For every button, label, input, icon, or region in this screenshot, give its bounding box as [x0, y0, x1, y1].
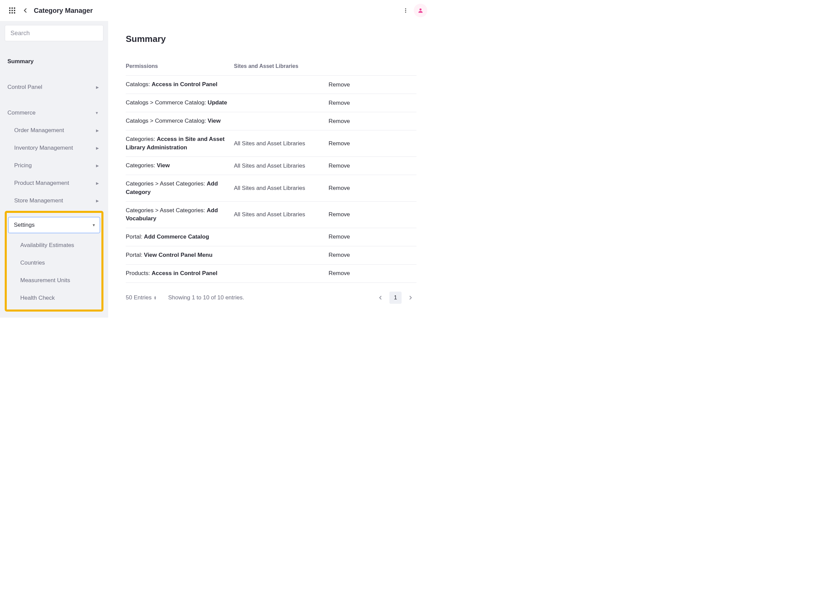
- permission-cell: Products: Access in Control Panel: [126, 269, 234, 278]
- svg-rect-7: [12, 12, 13, 13]
- svg-point-9: [405, 8, 406, 9]
- sidebar-item-label: Countries: [20, 260, 45, 266]
- showing-label: Showing 1 to 10 of 10 entries.: [168, 294, 244, 301]
- svg-rect-2: [14, 7, 15, 9]
- search-input-wrapper[interactable]: [5, 25, 103, 41]
- svg-point-11: [405, 12, 406, 13]
- sidebar-item-summary[interactable]: Summary: [5, 53, 103, 70]
- sidebar-item-label: Summary: [7, 58, 34, 65]
- sidebar-item-control-panel[interactable]: Control Panel ▶: [5, 78, 103, 96]
- chevron-down-icon: ▼: [95, 111, 99, 115]
- sidebar-item-inventory-management[interactable]: Inventory Management ▶: [5, 139, 103, 157]
- sort-icon: ▲▼: [154, 296, 157, 300]
- sidebar-item-health-check[interactable]: Health Check: [8, 289, 100, 307]
- table-row: Categories > Asset Categories: Add Vocab…: [126, 202, 416, 228]
- kebab-menu-icon[interactable]: [399, 4, 413, 17]
- permission-cell: Categories: Access in Site and Asset Lib…: [126, 135, 234, 152]
- remove-link[interactable]: Remove: [329, 233, 416, 240]
- permission-cell: Portal: Add Commerce Catalog: [126, 233, 234, 241]
- permissions-table: Permissions Sites and Asset Libraries Ca…: [126, 63, 416, 304]
- table-row: Categories > Asset Categories: Add Categ…: [126, 175, 416, 201]
- sidebar-item-label: Control Panel: [7, 84, 42, 91]
- svg-rect-4: [12, 10, 13, 11]
- remove-link[interactable]: Remove: [329, 118, 416, 125]
- current-page[interactable]: 1: [389, 292, 402, 304]
- sidebar-item-countries[interactable]: Countries: [8, 254, 100, 272]
- card-title: Summary: [126, 34, 419, 44]
- sidebar-item-label: Health Check: [20, 295, 55, 301]
- sidebar-item-applications-menu[interactable]: Applications Menu ▼: [5, 313, 103, 318]
- svg-rect-5: [14, 10, 15, 11]
- sidebar-item-label: Inventory Management: [14, 145, 73, 151]
- sidebar-item-label: Order Management: [14, 127, 64, 134]
- permission-cell: Catalogs > Commerce Catalog: Update: [126, 99, 234, 107]
- remove-link[interactable]: Remove: [329, 100, 416, 106]
- sidebar-item-label: Store Management: [14, 197, 63, 204]
- permission-cell: Categories: View: [126, 161, 234, 170]
- chevron-right-icon: ▶: [96, 85, 99, 89]
- sidebar-item-settings[interactable]: Settings ▼: [8, 217, 100, 233]
- permission-cell: Catalogs: Access in Control Panel: [126, 81, 234, 89]
- table-row: Catalogs > Commerce Catalog: ViewRemove: [126, 112, 416, 131]
- table-header: Permissions Sites and Asset Libraries: [126, 63, 416, 76]
- remove-link[interactable]: Remove: [329, 140, 416, 147]
- user-avatar[interactable]: [414, 4, 427, 17]
- search-input[interactable]: [10, 29, 98, 37]
- highlighted-section: Settings ▼ Availability Estimates Countr…: [5, 211, 103, 312]
- remove-link[interactable]: Remove: [329, 81, 416, 88]
- svg-rect-1: [12, 7, 13, 9]
- apps-grid-icon[interactable]: [5, 4, 19, 17]
- scope-cell: All Sites and Asset Libraries: [234, 163, 329, 169]
- back-button[interactable]: [19, 4, 32, 17]
- scope-cell: All Sites and Asset Libraries: [234, 140, 329, 147]
- prev-page-button[interactable]: [374, 292, 387, 304]
- page-title: Category Manager: [34, 7, 93, 15]
- col-permissions: Permissions: [126, 63, 234, 69]
- chevron-right-icon: ▶: [96, 181, 99, 186]
- chevron-down-icon: ▼: [92, 223, 95, 227]
- sidebar-item-label: Pricing: [14, 162, 32, 169]
- remove-link[interactable]: Remove: [329, 270, 416, 277]
- table-row: Products: Access in Control PanelRemove: [126, 265, 416, 283]
- svg-rect-3: [9, 10, 10, 11]
- remove-link[interactable]: Remove: [329, 211, 416, 218]
- table-row: Categories: ViewAll Sites and Asset Libr…: [126, 157, 416, 175]
- table-row: Catalogs > Commerce Catalog: UpdateRemov…: [126, 94, 416, 112]
- permission-cell: Categories > Asset Categories: Add Vocab…: [126, 207, 234, 223]
- chevron-right-icon: ▶: [96, 146, 99, 150]
- permission-cell: Portal: View Control Panel Menu: [126, 251, 234, 260]
- sidebar-item-measurement-units[interactable]: Measurement Units: [8, 272, 100, 289]
- sidebar-item-label: Availability Estimates: [20, 242, 74, 249]
- pager: 1: [374, 292, 416, 304]
- chevron-right-icon: ▶: [96, 164, 99, 168]
- remove-link[interactable]: Remove: [329, 163, 416, 169]
- svg-rect-6: [9, 12, 10, 13]
- next-page-button[interactable]: [404, 292, 416, 304]
- sidebar-item-label: Commerce: [7, 110, 35, 116]
- sidebar-item-label: Product Management: [14, 180, 69, 186]
- chevron-right-icon: ▶: [96, 128, 99, 133]
- col-scope: Sites and Asset Libraries: [234, 63, 329, 69]
- page-size-selector[interactable]: 50 Entries ▲▼: [126, 294, 157, 301]
- sidebar-item-commerce[interactable]: Commerce ▼: [5, 104, 103, 122]
- scope-cell: All Sites and Asset Libraries: [234, 211, 329, 218]
- table-row: Portal: Add Commerce CatalogRemove: [126, 228, 416, 246]
- table-row: Categories: Access in Site and Asset Lib…: [126, 131, 416, 157]
- svg-rect-0: [9, 7, 10, 9]
- summary-card: Summary Permissions Sites and Asset Libr…: [116, 24, 428, 318]
- sidebar-item-label: Measurement Units: [20, 277, 70, 284]
- remove-link[interactable]: Remove: [329, 185, 416, 192]
- sidebar-item-pricing[interactable]: Pricing ▶: [5, 157, 103, 175]
- svg-point-12: [420, 9, 421, 10]
- table-row: Portal: View Control Panel MenuRemove: [126, 246, 416, 265]
- chevron-right-icon: ▶: [96, 199, 99, 203]
- sidebar-item-order-management[interactable]: Order Management ▶: [5, 122, 103, 139]
- sidebar-item-store-management[interactable]: Store Management ▶: [5, 192, 103, 210]
- remove-link[interactable]: Remove: [329, 252, 416, 258]
- sidebar-item-product-management[interactable]: Product Management ▶: [5, 175, 103, 192]
- entries-label: 50 Entries: [126, 294, 152, 301]
- sidebar-item-availability-estimates[interactable]: Availability Estimates: [8, 236, 100, 254]
- main-panel: Summary Permissions Sites and Asset Libr…: [108, 21, 433, 318]
- permission-cell: Categories > Asset Categories: Add Categ…: [126, 180, 234, 197]
- sidebar-item-label: Settings: [14, 221, 34, 229]
